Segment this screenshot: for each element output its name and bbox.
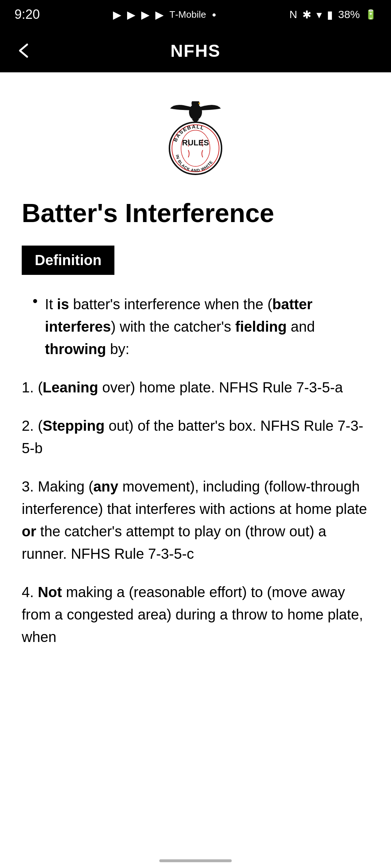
- rule-number-2: 2. (: [22, 418, 43, 434]
- youtube-icon-3: ▶: [141, 8, 150, 21]
- content-area: BASEBALL RULES IN BLACK AND WHITE Batter…: [0, 72, 391, 693]
- status-time: 9:20: [14, 7, 40, 22]
- bullet-dot: •: [33, 293, 38, 360]
- app-title: NFHS: [171, 41, 221, 61]
- rule-bold-1: Leaning: [43, 379, 98, 395]
- definition-badge: Definition: [22, 246, 114, 275]
- bullet-intro: • It is batter's interference when the (…: [22, 293, 369, 360]
- rule-number-3: 3. Making (any movement), including (fol…: [22, 478, 367, 562]
- wifi-icon: ▾: [316, 8, 322, 21]
- logo-container: BASEBALL RULES IN BLACK AND WHITE: [22, 87, 369, 192]
- nfc-icon: N: [289, 8, 297, 21]
- svg-point-4: [181, 130, 210, 166]
- status-bar: 9:20 ▶ ▶ ▶ ▶ T‑Mobile ● N ✱ ▾ ▮ 38% 🔋: [0, 0, 391, 29]
- youtube-icon-2: ▶: [127, 8, 135, 21]
- rule-item-2: 2. (Stepping out) of the batter's box. N…: [22, 414, 369, 459]
- bluetooth-icon: ✱: [302, 8, 311, 21]
- tmobile-icon: T‑Mobile: [169, 9, 206, 20]
- back-button[interactable]: [14, 42, 33, 60]
- rule-number-4: 4. Not making a (reasonable effort) to (…: [22, 584, 363, 645]
- youtube-icon-4: ▶: [155, 8, 164, 21]
- page-title: Batter's Interference: [22, 199, 369, 227]
- status-icons: ▶ ▶ ▶ ▶ T‑Mobile ●: [113, 8, 216, 21]
- app-logo: BASEBALL RULES IN BLACK AND WHITE: [156, 101, 235, 181]
- rule-item-4: 4. Not making a (reasonable effort) to (…: [22, 581, 369, 648]
- bullet-text: It is batter's interference when the (ba…: [45, 293, 369, 360]
- rule-item-1: 1. (Leaning over) home plate. NFHS Rule …: [22, 376, 369, 399]
- app-bar: NFHS: [0, 29, 391, 72]
- rule-item-3: 3. Making (any movement), including (fol…: [22, 475, 369, 565]
- status-right-icons: N ✱ ▾ ▮ 38% 🔋: [289, 8, 377, 21]
- dot-indicator: ●: [212, 10, 216, 19]
- youtube-icon-1: ▶: [113, 8, 121, 21]
- battery-icon: 🔋: [365, 9, 377, 20]
- rule-text-1: over) home plate. NFHS Rule 7-3-5-a: [98, 379, 343, 395]
- svg-text:RULES: RULES: [182, 138, 209, 147]
- battery-percent: 38%: [338, 8, 360, 21]
- rule-number-1: 1. (: [22, 379, 43, 395]
- bottom-nav-indicator: [159, 859, 232, 862]
- rule-bold-2: Stepping: [43, 418, 105, 434]
- signal-icon: ▮: [327, 8, 333, 21]
